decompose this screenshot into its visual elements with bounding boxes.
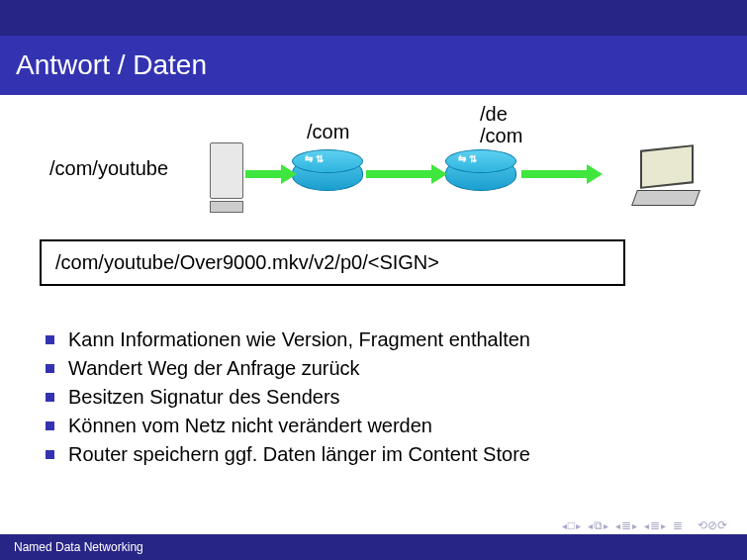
footer-title: Named Data Networking [0,534,747,560]
server-label: /com/youtube [49,157,168,180]
top-bar [0,0,747,36]
arrow-icon [245,170,283,178]
bullet-list: Kann Informationen wie Version, Fragment… [69,326,717,469]
arrow-icon [521,170,589,178]
list-item: Besitzen Signatur des Senders [69,383,717,412]
router-icon: ⇆ ⇅ [292,149,361,199]
laptop-icon [640,147,698,206]
nav-prev-icon[interactable]: ◂≣▸ [615,518,637,532]
list-item: Kann Informationen wie Version, Fragment… [69,326,717,354]
router-icon: ⇆ ⇅ [445,149,514,199]
nav-undo-icon[interactable]: ⟲⊘⟳ [698,518,727,532]
list-item: Wandert Weg der Anfrage zurück [69,354,717,383]
router2-label: /de /com [480,103,522,146]
nav-next-icon[interactable]: ◂≣▸ [644,518,666,532]
router1-label: /com [307,121,349,143]
network-diagram: /com/youtube /com /de /com ⇆ ⇅ ⇆ ⇅ [30,103,717,232]
nav-last-icon[interactable]: ≣ [673,518,683,532]
nav-controls: ◂□▸ ◂⧉▸ ◂≣▸ ◂≣▸ ≣ ⟲⊘⟳ [562,518,727,532]
arrow-icon [366,170,433,178]
server-icon [210,142,241,212]
data-path-box: /com/youtube/Over9000.mkv/v2/p0/<SIGN> [40,239,625,286]
nav-section-icon[interactable]: ◂⧉▸ [588,518,608,532]
slide-content: /com/youtube /com /de /com ⇆ ⇅ ⇆ ⇅ /com/… [0,95,747,469]
list-item: Router speichern ggf. Daten länger im Co… [69,440,717,469]
list-item: Können vom Netz nicht verändert werden [69,412,717,440]
slide-title: Antwort / Daten [0,36,747,95]
nav-first-icon[interactable]: ◂□▸ [562,518,581,532]
